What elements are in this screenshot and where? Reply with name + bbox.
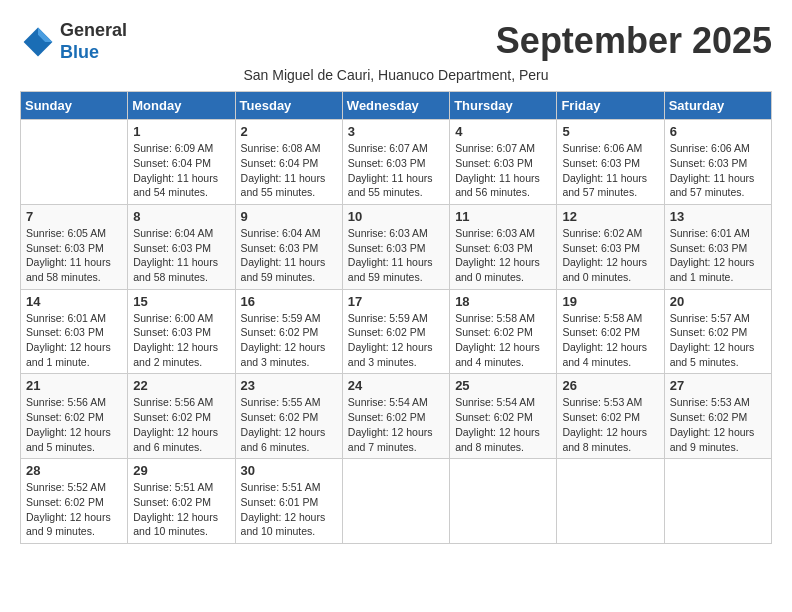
day-info: Sunrise: 6:02 AM Sunset: 6:03 PM Dayligh… bbox=[562, 226, 658, 285]
calendar-cell: 30Sunrise: 5:51 AM Sunset: 6:01 PM Dayli… bbox=[235, 459, 342, 544]
calendar-cell: 6Sunrise: 6:06 AM Sunset: 6:03 PM Daylig… bbox=[664, 120, 771, 205]
day-info: Sunrise: 6:03 AM Sunset: 6:03 PM Dayligh… bbox=[348, 226, 444, 285]
day-info: Sunrise: 5:53 AM Sunset: 6:02 PM Dayligh… bbox=[562, 395, 658, 454]
calendar-cell: 24Sunrise: 5:54 AM Sunset: 6:02 PM Dayli… bbox=[342, 374, 449, 459]
calendar-cell bbox=[450, 459, 557, 544]
logo: General Blue bbox=[20, 20, 127, 63]
day-info: Sunrise: 6:03 AM Sunset: 6:03 PM Dayligh… bbox=[455, 226, 551, 285]
day-number: 17 bbox=[348, 294, 444, 309]
calendar-cell: 2Sunrise: 6:08 AM Sunset: 6:04 PM Daylig… bbox=[235, 120, 342, 205]
day-info: Sunrise: 5:51 AM Sunset: 6:02 PM Dayligh… bbox=[133, 480, 229, 539]
day-info: Sunrise: 5:58 AM Sunset: 6:02 PM Dayligh… bbox=[455, 311, 551, 370]
day-number: 12 bbox=[562, 209, 658, 224]
calendar-cell: 5Sunrise: 6:06 AM Sunset: 6:03 PM Daylig… bbox=[557, 120, 664, 205]
month-title: September 2025 bbox=[496, 20, 772, 62]
day-number: 29 bbox=[133, 463, 229, 478]
calendar-cell: 7Sunrise: 6:05 AM Sunset: 6:03 PM Daylig… bbox=[21, 204, 128, 289]
day-info: Sunrise: 6:07 AM Sunset: 6:03 PM Dayligh… bbox=[455, 141, 551, 200]
day-info: Sunrise: 6:01 AM Sunset: 6:03 PM Dayligh… bbox=[670, 226, 766, 285]
day-info: Sunrise: 6:01 AM Sunset: 6:03 PM Dayligh… bbox=[26, 311, 122, 370]
day-info: Sunrise: 5:56 AM Sunset: 6:02 PM Dayligh… bbox=[26, 395, 122, 454]
logo-text: General Blue bbox=[60, 20, 127, 63]
day-number: 10 bbox=[348, 209, 444, 224]
day-number: 22 bbox=[133, 378, 229, 393]
day-number: 23 bbox=[241, 378, 337, 393]
day-number: 20 bbox=[670, 294, 766, 309]
calendar-cell: 4Sunrise: 6:07 AM Sunset: 6:03 PM Daylig… bbox=[450, 120, 557, 205]
day-info: Sunrise: 5:59 AM Sunset: 6:02 PM Dayligh… bbox=[348, 311, 444, 370]
day-number: 16 bbox=[241, 294, 337, 309]
day-number: 8 bbox=[133, 209, 229, 224]
weekday-header-tuesday: Tuesday bbox=[235, 92, 342, 120]
calendar-cell: 11Sunrise: 6:03 AM Sunset: 6:03 PM Dayli… bbox=[450, 204, 557, 289]
calendar-cell: 18Sunrise: 5:58 AM Sunset: 6:02 PM Dayli… bbox=[450, 289, 557, 374]
day-number: 7 bbox=[26, 209, 122, 224]
day-info: Sunrise: 5:57 AM Sunset: 6:02 PM Dayligh… bbox=[670, 311, 766, 370]
day-number: 9 bbox=[241, 209, 337, 224]
calendar-cell: 9Sunrise: 6:04 AM Sunset: 6:03 PM Daylig… bbox=[235, 204, 342, 289]
day-info: Sunrise: 6:06 AM Sunset: 6:03 PM Dayligh… bbox=[670, 141, 766, 200]
day-info: Sunrise: 6:00 AM Sunset: 6:03 PM Dayligh… bbox=[133, 311, 229, 370]
day-info: Sunrise: 5:59 AM Sunset: 6:02 PM Dayligh… bbox=[241, 311, 337, 370]
calendar-cell: 1Sunrise: 6:09 AM Sunset: 6:04 PM Daylig… bbox=[128, 120, 235, 205]
calendar-cell: 14Sunrise: 6:01 AM Sunset: 6:03 PM Dayli… bbox=[21, 289, 128, 374]
calendar-cell: 3Sunrise: 6:07 AM Sunset: 6:03 PM Daylig… bbox=[342, 120, 449, 205]
day-info: Sunrise: 6:05 AM Sunset: 6:03 PM Dayligh… bbox=[26, 226, 122, 285]
day-number: 5 bbox=[562, 124, 658, 139]
calendar-cell: 26Sunrise: 5:53 AM Sunset: 6:02 PM Dayli… bbox=[557, 374, 664, 459]
calendar-cell: 20Sunrise: 5:57 AM Sunset: 6:02 PM Dayli… bbox=[664, 289, 771, 374]
day-number: 11 bbox=[455, 209, 551, 224]
day-info: Sunrise: 6:07 AM Sunset: 6:03 PM Dayligh… bbox=[348, 141, 444, 200]
calendar-cell bbox=[664, 459, 771, 544]
calendar-cell: 19Sunrise: 5:58 AM Sunset: 6:02 PM Dayli… bbox=[557, 289, 664, 374]
day-number: 19 bbox=[562, 294, 658, 309]
calendar-cell: 13Sunrise: 6:01 AM Sunset: 6:03 PM Dayli… bbox=[664, 204, 771, 289]
title-block: September 2025 bbox=[496, 20, 772, 62]
weekday-header-sunday: Sunday bbox=[21, 92, 128, 120]
day-number: 14 bbox=[26, 294, 122, 309]
day-info: Sunrise: 5:54 AM Sunset: 6:02 PM Dayligh… bbox=[348, 395, 444, 454]
calendar-cell: 25Sunrise: 5:54 AM Sunset: 6:02 PM Dayli… bbox=[450, 374, 557, 459]
calendar-cell: 8Sunrise: 6:04 AM Sunset: 6:03 PM Daylig… bbox=[128, 204, 235, 289]
day-number: 15 bbox=[133, 294, 229, 309]
day-info: Sunrise: 5:52 AM Sunset: 6:02 PM Dayligh… bbox=[26, 480, 122, 539]
calendar-week-4: 21Sunrise: 5:56 AM Sunset: 6:02 PM Dayli… bbox=[21, 374, 772, 459]
day-number: 28 bbox=[26, 463, 122, 478]
calendar-week-5: 28Sunrise: 5:52 AM Sunset: 6:02 PM Dayli… bbox=[21, 459, 772, 544]
day-info: Sunrise: 5:53 AM Sunset: 6:02 PM Dayligh… bbox=[670, 395, 766, 454]
logo-blue: Blue bbox=[60, 42, 99, 62]
logo-general: General bbox=[60, 20, 127, 40]
day-number: 13 bbox=[670, 209, 766, 224]
calendar-cell: 28Sunrise: 5:52 AM Sunset: 6:02 PM Dayli… bbox=[21, 459, 128, 544]
day-info: Sunrise: 6:06 AM Sunset: 6:03 PM Dayligh… bbox=[562, 141, 658, 200]
weekday-header-friday: Friday bbox=[557, 92, 664, 120]
calendar-week-3: 14Sunrise: 6:01 AM Sunset: 6:03 PM Dayli… bbox=[21, 289, 772, 374]
calendar-cell: 16Sunrise: 5:59 AM Sunset: 6:02 PM Dayli… bbox=[235, 289, 342, 374]
page-header: General Blue September 2025 bbox=[20, 20, 772, 63]
calendar-cell: 22Sunrise: 5:56 AM Sunset: 6:02 PM Dayli… bbox=[128, 374, 235, 459]
location-subtitle: San Miguel de Cauri, Huanuco Department,… bbox=[20, 67, 772, 83]
day-number: 3 bbox=[348, 124, 444, 139]
day-info: Sunrise: 5:58 AM Sunset: 6:02 PM Dayligh… bbox=[562, 311, 658, 370]
day-number: 18 bbox=[455, 294, 551, 309]
calendar-cell bbox=[342, 459, 449, 544]
day-number: 25 bbox=[455, 378, 551, 393]
calendar-cell: 10Sunrise: 6:03 AM Sunset: 6:03 PM Dayli… bbox=[342, 204, 449, 289]
weekday-header-monday: Monday bbox=[128, 92, 235, 120]
day-info: Sunrise: 6:04 AM Sunset: 6:03 PM Dayligh… bbox=[241, 226, 337, 285]
calendar-cell: 17Sunrise: 5:59 AM Sunset: 6:02 PM Dayli… bbox=[342, 289, 449, 374]
calendar-cell bbox=[21, 120, 128, 205]
calendar-cell: 23Sunrise: 5:55 AM Sunset: 6:02 PM Dayli… bbox=[235, 374, 342, 459]
day-info: Sunrise: 5:55 AM Sunset: 6:02 PM Dayligh… bbox=[241, 395, 337, 454]
day-number: 6 bbox=[670, 124, 766, 139]
weekday-header-saturday: Saturday bbox=[664, 92, 771, 120]
calendar-table: SundayMondayTuesdayWednesdayThursdayFrid… bbox=[20, 91, 772, 544]
day-info: Sunrise: 6:08 AM Sunset: 6:04 PM Dayligh… bbox=[241, 141, 337, 200]
calendar-cell: 21Sunrise: 5:56 AM Sunset: 6:02 PM Dayli… bbox=[21, 374, 128, 459]
calendar-week-1: 1Sunrise: 6:09 AM Sunset: 6:04 PM Daylig… bbox=[21, 120, 772, 205]
calendar-cell: 12Sunrise: 6:02 AM Sunset: 6:03 PM Dayli… bbox=[557, 204, 664, 289]
day-number: 24 bbox=[348, 378, 444, 393]
day-info: Sunrise: 6:09 AM Sunset: 6:04 PM Dayligh… bbox=[133, 141, 229, 200]
day-info: Sunrise: 5:51 AM Sunset: 6:01 PM Dayligh… bbox=[241, 480, 337, 539]
calendar-cell bbox=[557, 459, 664, 544]
